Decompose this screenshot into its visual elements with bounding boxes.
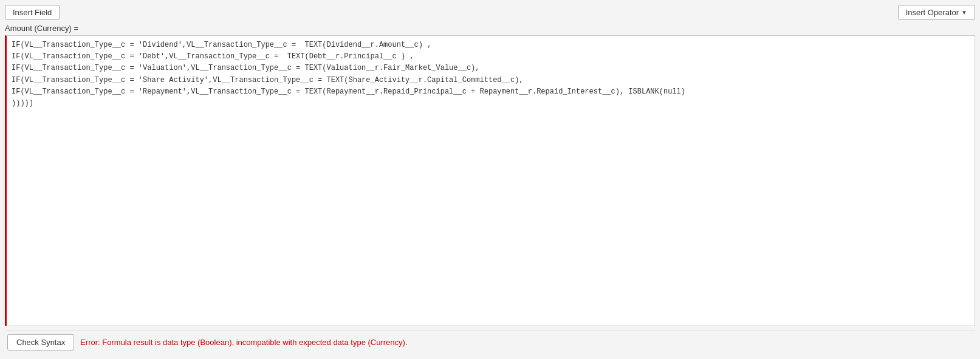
toolbar: Insert Field Insert Operator ▼ xyxy=(5,5,975,20)
formula-editor-wrapper: IF(VL__Transaction_Type__c = 'Dividend',… xyxy=(5,35,975,326)
footer-bar: Check Syntax Error: Formula result is da… xyxy=(5,330,975,354)
check-syntax-button[interactable]: Check Syntax xyxy=(7,334,74,350)
main-container: Insert Field Insert Operator ▼ Amount (C… xyxy=(0,0,980,359)
insert-field-button[interactable]: Insert Field xyxy=(5,5,60,20)
insert-operator-label: Insert Operator xyxy=(906,8,959,17)
field-label: Amount (Currency) = xyxy=(5,24,975,33)
insert-operator-arrow-icon: ▼ xyxy=(961,9,967,16)
formula-editor[interactable]: IF(VL__Transaction_Type__c = 'Dividend',… xyxy=(7,36,975,326)
insert-operator-button[interactable]: Insert Operator ▼ xyxy=(898,5,975,20)
error-message: Error: Formula result is data type (Bool… xyxy=(80,338,407,347)
